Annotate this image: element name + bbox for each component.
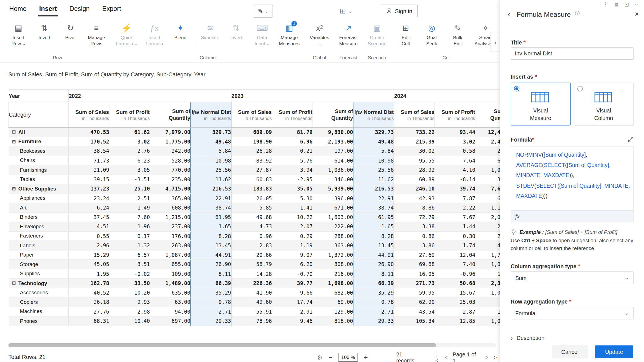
measure-header[interactable]: Sum of Salesin Thousands — [231, 102, 272, 127]
value-cell[interactable]: 11.62 — [191, 175, 231, 184]
value-cell[interactable]: 8.11 — [191, 269, 231, 279]
value-cell[interactable]: 1.96 — [109, 222, 150, 231]
value-cell[interactable]: 69.00 — [312, 297, 353, 307]
tab-insert[interactable]: Insert — [38, 4, 58, 17]
value-cell[interactable]: 50.68 — [435, 278, 475, 288]
row-label[interactable]: Fasteners — [9, 231, 69, 241]
value-cell[interactable]: 237.00 — [150, 222, 191, 231]
bulk-edit-button[interactable]: ✎BulkEdit — [445, 23, 470, 47]
value-cell[interactable]: 13.45 — [191, 241, 231, 250]
value-cell[interactable]: 11.62 — [353, 175, 394, 184]
value-cell[interactable]: 0.30 — [435, 231, 475, 241]
value-cell[interactable]: 49.68 — [231, 212, 272, 222]
value-cell[interactable] — [475, 297, 500, 307]
table-row[interactable]: Chairs71.736.23528.0010.9883.925.76614.0… — [9, 156, 500, 165]
value-cell[interactable]: 8.86 — [394, 203, 435, 212]
value-cell[interactable]: 608.00 — [150, 203, 191, 212]
value-cell[interactable]: 7,979.00 — [150, 127, 191, 137]
value-cell[interactable]: 1 — [475, 269, 500, 279]
zoom-in-button[interactable]: + — [364, 353, 368, 361]
radio-icon[interactable] — [514, 86, 520, 92]
value-cell[interactable]: 6.24 — [68, 203, 109, 212]
value-cell[interactable]: 43.54 — [394, 307, 435, 316]
value-cell[interactable]: 2.22 — [435, 203, 475, 212]
value-cell[interactable]: 25.10 — [109, 184, 150, 194]
table-row[interactable]: Phones68.3110.40697.0029.3378.969.46818.… — [9, 316, 500, 326]
value-cell[interactable]: 39.74 — [435, 184, 475, 194]
value-cell[interactable]: 95.55 — [394, 156, 435, 165]
value-cell[interactable]: 66.39 — [191, 278, 231, 288]
row-label[interactable]: ⊟Furniture — [9, 137, 69, 146]
value-cell[interactable]: 42.93 — [394, 194, 435, 203]
value-cell[interactable]: 29.33 — [191, 316, 231, 326]
write-back-button[interactable]: ✎ ⌄ — [253, 5, 273, 18]
value-cell[interactable]: 2.71 — [353, 307, 394, 316]
value-cell[interactable]: 329.73 — [353, 127, 394, 137]
value-cell[interactable]: -0.70 — [272, 269, 313, 279]
value-cell[interactable]: 1.44 — [435, 222, 475, 231]
value-cell[interactable]: -2.76 — [109, 146, 150, 156]
value-cell[interactable]: 10.20 — [109, 288, 150, 297]
insert-row-button[interactable]: ▤InsertRow ⌄ — [6, 23, 31, 47]
table-row[interactable]: Furnishings21.093.05770.0025.5627.873.94… — [9, 165, 500, 175]
formula-code[interactable]: NORMINV([Sum of Quantity],AVERAGE(SELECT… — [511, 147, 633, 210]
value-cell[interactable]: 20.66 — [231, 250, 272, 260]
invert-column-button[interactable]: ⇅Invert — [224, 23, 249, 41]
value-cell[interactable]: 5.84 — [191, 146, 231, 156]
value-cell[interactable]: 45.05 — [68, 260, 109, 269]
edit-cell-button[interactable]: ⊞EditCell — [393, 23, 418, 47]
value-cell[interactable]: 71.73 — [68, 156, 109, 165]
value-cell[interactable]: 528.00 — [150, 156, 191, 165]
value-cell[interactable]: 1.65 — [353, 222, 394, 231]
value-cell[interactable]: 2.83 — [231, 241, 272, 250]
value-cell[interactable]: 2.91 — [272, 307, 313, 316]
value-cell[interactable]: 2,0 — [475, 212, 500, 222]
value-cell[interactable]: 58.79 — [231, 260, 272, 269]
value-cell[interactable]: 22.91 — [191, 194, 231, 203]
value-cell[interactable]: 1,0 — [475, 165, 500, 175]
simulate-button[interactable]: ≋Simulate — [198, 23, 223, 41]
value-cell[interactable]: 62.90 — [394, 297, 435, 307]
value-cell[interactable]: 288.00 — [312, 231, 353, 241]
value-cell[interactable]: 1,698.00 — [312, 278, 353, 288]
value-cell[interactable]: 198.90 — [231, 137, 272, 146]
back-icon[interactable]: ‹ — [508, 11, 510, 18]
value-cell[interactable]: 61.95 — [353, 212, 394, 222]
value-cell[interactable]: 12,4 — [475, 127, 500, 137]
value-cell[interactable]: 12.04 — [435, 250, 475, 260]
value-cell[interactable]: 3.02 — [435, 137, 475, 146]
value-cell[interactable]: 226.36 — [231, 278, 272, 288]
value-cell[interactable]: 49.60 — [231, 297, 272, 307]
value-cell[interactable]: 1.74 — [435, 241, 475, 250]
row-label[interactable]: Bookcases — [9, 146, 69, 156]
value-cell[interactable]: 6.20 — [272, 260, 313, 269]
manage-rows-button[interactable]: ≡ManageRows — [84, 23, 109, 47]
value-cell[interactable]: 263.00 — [150, 241, 191, 250]
value-cell[interactable]: 66.39 — [353, 278, 394, 288]
value-cell[interactable]: 69.68 — [394, 260, 435, 269]
value-cell[interactable]: 26.05 — [231, 194, 272, 203]
table-row[interactable]: Copiers26.189.9363.000.7849.6017.7469.00… — [9, 297, 500, 307]
row-label[interactable]: Furnishings — [9, 165, 69, 175]
value-cell[interactable]: 29.33 — [353, 316, 394, 326]
year-header[interactable]: 2022 — [68, 90, 231, 102]
value-cell[interactable]: 30.02 — [394, 146, 435, 156]
row-label[interactable]: Envelopes — [9, 222, 69, 231]
value-cell[interactable]: 216.53 — [191, 184, 231, 194]
value-cell[interactable]: 6.57 — [109, 250, 150, 260]
visual-column-option[interactable]: Visual Column — [574, 83, 634, 126]
value-cell[interactable]: 170.52 — [68, 137, 109, 146]
value-cell[interactable]: 2,193.00 — [312, 137, 353, 146]
value-cell[interactable]: 61.95 — [191, 212, 231, 222]
value-cell[interactable]: 21.09 — [68, 165, 109, 175]
value-cell[interactable]: 6 — [475, 194, 500, 203]
value-cell[interactable]: 129.00 — [312, 307, 353, 316]
value-cell[interactable]: 808.00 — [312, 260, 353, 269]
value-cell[interactable]: 28.92 — [394, 165, 435, 175]
value-cell[interactable]: 35.05 — [272, 184, 313, 194]
value-cell[interactable]: 8.11 — [353, 269, 394, 279]
value-cell[interactable]: 22.91 — [353, 194, 394, 203]
collapse-icon[interactable]: ⊟ — [12, 129, 16, 135]
sign-in-button[interactable]: Sign in — [381, 5, 418, 17]
value-cell[interactable]: 44.91 — [353, 250, 394, 260]
